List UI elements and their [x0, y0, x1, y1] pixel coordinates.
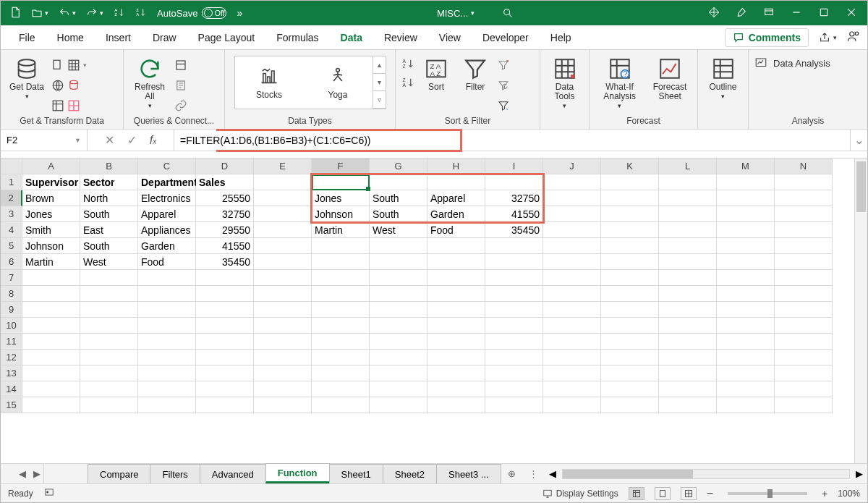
- cell-L10[interactable]: [659, 318, 717, 334]
- cell-B1[interactable]: Sector: [80, 174, 138, 190]
- cell-G6[interactable]: [370, 254, 427, 270]
- tab-page-layout[interactable]: Page Layout: [187, 25, 266, 50]
- cell-K11[interactable]: [601, 334, 659, 350]
- cell-E12[interactable]: [254, 350, 312, 365]
- cell-J12[interactable]: [543, 350, 601, 365]
- cell-F10[interactable]: [312, 318, 370, 334]
- tab-review[interactable]: Review: [373, 25, 428, 50]
- cell-E9[interactable]: [254, 302, 312, 318]
- cell-E8[interactable]: [254, 286, 312, 302]
- cell-L2[interactable]: [659, 190, 717, 206]
- sheet-nav-prev[interactable]: ◀: [19, 468, 26, 479]
- cell-M15[interactable]: [717, 397, 775, 413]
- cell-G9[interactable]: [370, 302, 427, 318]
- cell-K15[interactable]: [601, 397, 659, 413]
- tab-draw[interactable]: Draw: [142, 25, 187, 50]
- cell-D12[interactable]: [196, 350, 254, 365]
- cell-B9[interactable]: [80, 302, 138, 318]
- sort-desc-button[interactable]: ZA: [401, 75, 414, 90]
- row-header-6[interactable]: 6: [1, 254, 22, 270]
- cell-D2[interactable]: 25550: [196, 190, 254, 206]
- clear-filter-icon[interactable]: [497, 57, 510, 73]
- cell-F1[interactable]: [312, 174, 370, 190]
- cell-N6[interactable]: [775, 254, 833, 270]
- open-file-icon[interactable]: ▾: [31, 7, 48, 19]
- cell-N9[interactable]: [775, 302, 833, 318]
- cell-H9[interactable]: [427, 302, 485, 318]
- filter-button[interactable]: Filter: [458, 53, 493, 92]
- tab-scroll-divider[interactable]: ⋮: [523, 464, 545, 483]
- cell-L1[interactable]: [659, 174, 717, 190]
- cell-J5[interactable]: [543, 238, 601, 254]
- cell-I9[interactable]: [485, 302, 543, 318]
- what-if-button[interactable]: ? What-If Analysis▾: [595, 53, 644, 110]
- cell-A13[interactable]: [22, 365, 80, 381]
- cell-G8[interactable]: [370, 286, 427, 302]
- cell-J3[interactable]: [543, 206, 601, 222]
- cell-D1[interactable]: Sales: [196, 174, 254, 190]
- cell-G4[interactable]: West: [370, 222, 427, 238]
- cell-C4[interactable]: Appliances: [138, 222, 196, 238]
- maximize-icon[interactable]: [818, 7, 830, 20]
- row-header-5[interactable]: 5: [1, 238, 22, 254]
- tab-home[interactable]: Home: [46, 25, 95, 50]
- comments-button[interactable]: Comments: [725, 28, 809, 47]
- cell-H11[interactable]: [427, 334, 485, 350]
- cell-J2[interactable]: [543, 190, 601, 206]
- cell-C9[interactable]: [138, 302, 196, 318]
- cell-I8[interactable]: [485, 286, 543, 302]
- cell-M12[interactable]: [717, 350, 775, 365]
- cell-F6[interactable]: [312, 254, 370, 270]
- cell-D5[interactable]: 41550: [196, 238, 254, 254]
- worksheet-grid[interactable]: ABCDEFGHIJKLMN1SupervisorSectorDepartmen…: [1, 158, 867, 463]
- fx-icon[interactable]: fx: [150, 134, 156, 147]
- cell-B7[interactable]: [80, 270, 138, 286]
- edit-links-icon[interactable]: [174, 98, 187, 114]
- cell-L13[interactable]: [659, 365, 717, 381]
- cell-M5[interactable]: [717, 238, 775, 254]
- row-header-2[interactable]: 2: [1, 190, 22, 206]
- cell-M7[interactable]: [717, 270, 775, 286]
- cell-L6[interactable]: [659, 254, 717, 270]
- cell-E5[interactable]: [254, 238, 312, 254]
- cell-B5[interactable]: South: [80, 238, 138, 254]
- sheet-tab-advanced[interactable]: Advanced: [200, 464, 266, 483]
- sheet-tab-function[interactable]: Function: [265, 463, 330, 483]
- cell-A9[interactable]: [22, 302, 80, 318]
- cell-M4[interactable]: [717, 222, 775, 238]
- cell-J6[interactable]: [543, 254, 601, 270]
- cell-M1[interactable]: [717, 174, 775, 190]
- sort-desc-icon[interactable]: ZA: [135, 7, 147, 20]
- cell-G7[interactable]: [370, 270, 427, 286]
- cell-D9[interactable]: [196, 302, 254, 318]
- tab-help[interactable]: Help: [540, 25, 582, 50]
- cell-K14[interactable]: [601, 381, 659, 397]
- display-settings-button[interactable]: Display Settings: [542, 489, 618, 499]
- cell-K6[interactable]: [601, 254, 659, 270]
- cell-F5[interactable]: [312, 238, 370, 254]
- cell-M6[interactable]: [717, 254, 775, 270]
- row-header-14[interactable]: 14: [1, 381, 22, 397]
- cell-N13[interactable]: [775, 365, 833, 381]
- sheet-nav-next[interactable]: ▶: [33, 468, 41, 479]
- cell-L3[interactable]: [659, 206, 717, 222]
- properties-icon[interactable]: [174, 77, 187, 93]
- col-header-L[interactable]: L: [659, 158, 717, 174]
- cell-D10[interactable]: [196, 318, 254, 334]
- data-types-gallery[interactable]: Stocks Yoga ▴▾▿: [234, 56, 386, 109]
- reapply-icon[interactable]: [497, 77, 510, 93]
- cell-J11[interactable]: [543, 334, 601, 350]
- cell-J1[interactable]: [543, 174, 601, 190]
- cell-F7[interactable]: [312, 270, 370, 286]
- cell-N2[interactable]: [775, 190, 833, 206]
- cell-C15[interactable]: [138, 397, 196, 413]
- cell-L4[interactable]: [659, 222, 717, 238]
- cell-D7[interactable]: [196, 270, 254, 286]
- formula-bar[interactable]: [174, 130, 850, 151]
- zoom-in-button[interactable]: +: [822, 488, 827, 499]
- vertical-scrollbar[interactable]: [854, 158, 867, 463]
- autosave-toggle[interactable]: AutoSave Off: [157, 7, 226, 19]
- cell-H5[interactable]: [427, 238, 485, 254]
- sheet-tab-filters[interactable]: Filters: [150, 464, 200, 483]
- cell-D4[interactable]: 29550: [196, 222, 254, 238]
